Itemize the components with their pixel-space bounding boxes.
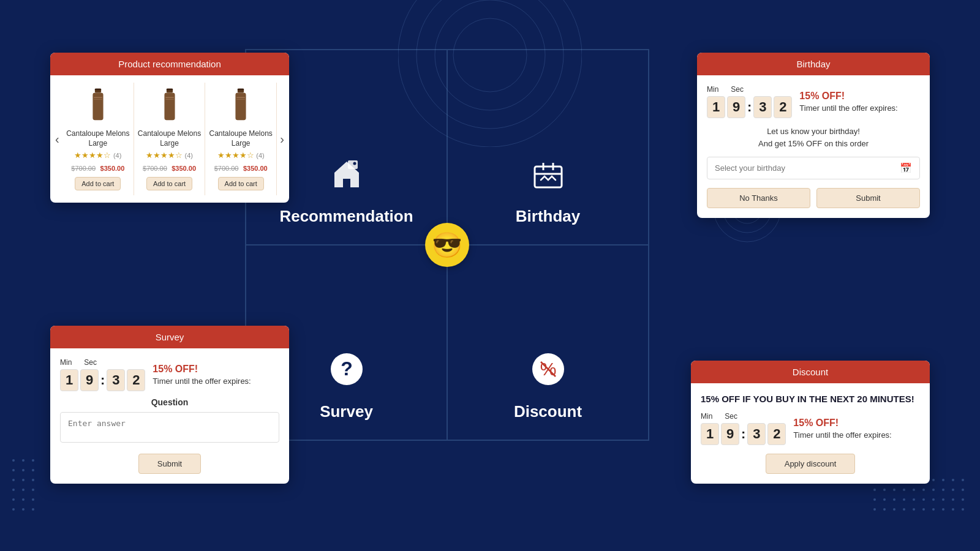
survey-card-header: Survey bbox=[50, 326, 289, 348]
svg-rect-21 bbox=[94, 99, 102, 100]
svg-rect-30 bbox=[236, 97, 245, 98]
survey-digit-4: 2 bbox=[127, 369, 145, 391]
birthday-digit-2: 9 bbox=[727, 96, 745, 118]
survey-timer-text: 15% OFF! Timer until the offer expires: bbox=[153, 362, 251, 388]
svg-rect-32 bbox=[238, 89, 244, 91]
birthday-label: Birthday bbox=[516, 207, 580, 226]
quadrant-discount: % Discount bbox=[447, 245, 649, 440]
discount-timer-row: Min Sec 1 9 : 3 2 15% OFF! Timer until t… bbox=[701, 412, 920, 445]
product-item-3: Cantaloupe Melons Large ★★★★☆ (4) $700.0… bbox=[205, 83, 277, 195]
svg-rect-27 bbox=[166, 89, 172, 91]
discount-card-body: 15% OFF IF YOU BUY IN THE NEXT 20 MINUTE… bbox=[691, 383, 930, 484]
birthday-buttons: No Thanks Submit bbox=[707, 188, 920, 208]
svg-text:?: ? bbox=[341, 358, 353, 380]
products-prev-button[interactable]: ‹ bbox=[55, 132, 59, 146]
birthday-timer-digits: 1 9 : 3 2 bbox=[707, 96, 792, 118]
recommendation-icon bbox=[328, 156, 365, 200]
quadrant-grid: Recommendation Birthday ? Survey bbox=[245, 49, 649, 441]
product-image-2 bbox=[157, 88, 182, 124]
survey-digit-1: 1 bbox=[60, 369, 78, 391]
discount-headline: 15% OFF IF YOU BUY IN THE NEXT 20 MINUTE… bbox=[701, 393, 920, 405]
svg-rect-31 bbox=[236, 99, 245, 100]
discount-card-header: Discount bbox=[691, 361, 930, 383]
discount-digit-1: 1 bbox=[701, 423, 719, 445]
add-to-cart-button-2[interactable]: Add to cart bbox=[146, 177, 192, 190]
survey-label: Survey bbox=[320, 402, 373, 421]
survey-digit-3: 3 bbox=[107, 369, 125, 391]
dot-grid-left bbox=[12, 459, 38, 514]
discount-digit-4: 2 bbox=[767, 423, 786, 445]
birthday-icon bbox=[530, 156, 567, 200]
product-image-3 bbox=[228, 88, 253, 124]
birthday-digit-3: 3 bbox=[753, 96, 772, 118]
add-to-cart-button-3[interactable]: Add to cart bbox=[218, 177, 264, 190]
svg-rect-7 bbox=[348, 160, 358, 169]
product-prices-3: $700.00 $350.00 bbox=[209, 162, 273, 173]
discount-icon: % bbox=[530, 351, 567, 395]
survey-submit-button[interactable]: Submit bbox=[138, 454, 201, 474]
survey-timer-colon: : bbox=[100, 372, 105, 388]
calendar-icon: 📅 bbox=[900, 162, 912, 174]
product-stars-3: ★★★★☆ (4) bbox=[209, 151, 273, 160]
survey-question-label: Question bbox=[60, 397, 279, 407]
survey-timer-labels: Min Sec bbox=[60, 358, 145, 367]
discount-timer-block: Min Sec 1 9 : 3 2 bbox=[701, 412, 786, 445]
birthday-digit-4: 2 bbox=[774, 96, 792, 118]
add-to-cart-button-1[interactable]: Add to cart bbox=[75, 177, 121, 190]
product-item-1: Cantaloupe Melons Large ★★★★☆ (4) $700.0… bbox=[62, 83, 134, 195]
discount-card: Discount 15% OFF IF YOU BUY IN THE NEXT … bbox=[691, 361, 930, 484]
birthday-card: Birthday Min Sec 1 9 : 3 2 15% OFF! Time… bbox=[697, 53, 930, 218]
no-thanks-button[interactable]: No Thanks bbox=[707, 188, 810, 208]
products-row: ‹ Cantaloupe Melons Large ★★★★☆ (4) $7 bbox=[62, 83, 277, 195]
product-prices-2: $700.00 $350.00 bbox=[138, 162, 202, 173]
birthday-digit-1: 1 bbox=[707, 96, 725, 118]
svg-rect-22 bbox=[95, 89, 101, 91]
birthday-timer-colon: : bbox=[747, 99, 752, 115]
birthday-timer-row: Min Sec 1 9 : 3 2 15% OFF! Timer until t… bbox=[707, 85, 920, 118]
discount-digit-2: 9 bbox=[721, 423, 739, 445]
svg-rect-29 bbox=[236, 93, 246, 121]
birthday-card-header: Birthday bbox=[697, 53, 930, 75]
birthday-timer-block: Min Sec 1 9 : 3 2 bbox=[707, 85, 792, 118]
product-prices-1: $700.00 $350.00 bbox=[66, 162, 130, 173]
svg-point-8 bbox=[353, 162, 356, 165]
birthday-card-body: Min Sec 1 9 : 3 2 15% OFF! Timer until t… bbox=[697, 75, 930, 218]
svg-rect-24 bbox=[164, 93, 175, 121]
svg-rect-26 bbox=[165, 99, 174, 100]
survey-answer-input[interactable] bbox=[60, 412, 279, 443]
survey-timer-digits: 1 9 : 3 2 bbox=[60, 369, 145, 391]
product-item-2: Cantaloupe Melons Large ★★★★☆ (4) $700.0… bbox=[134, 83, 206, 195]
svg-rect-25 bbox=[165, 97, 174, 98]
survey-icon: ? bbox=[328, 351, 365, 395]
birthday-info-text: Let us know your birthday! And get 15% O… bbox=[707, 126, 920, 149]
discount-timer-colon: : bbox=[741, 426, 745, 442]
survey-timer-row: Min Sec 1 9 : 3 2 15% OFF! Timer until t… bbox=[60, 358, 279, 391]
product-name-3: Cantaloupe Melons Large bbox=[209, 129, 273, 148]
survey-card: Survey Min Sec 1 9 : 3 2 15% OFF! Timer … bbox=[50, 326, 289, 484]
discount-timer-labels: Min Sec bbox=[701, 412, 786, 421]
product-name-2: Cantaloupe Melons Large bbox=[138, 129, 202, 148]
survey-card-body: Min Sec 1 9 : 3 2 15% OFF! Timer until t… bbox=[50, 348, 289, 484]
products-next-button[interactable]: › bbox=[280, 132, 284, 146]
discount-timer-text: 15% OFF! Timer until the offer expires: bbox=[793, 416, 891, 441]
svg-rect-9 bbox=[535, 167, 562, 187]
apply-discount-button[interactable]: Apply discount bbox=[766, 454, 856, 474]
survey-timer-block: Min Sec 1 9 : 3 2 bbox=[60, 358, 145, 391]
birthday-timer-labels: Min Sec bbox=[707, 85, 792, 94]
recommendation-label: Recommendation bbox=[279, 207, 413, 226]
birthday-submit-button[interactable]: Submit bbox=[816, 188, 920, 208]
birthday-input-row[interactable]: 📅 bbox=[707, 157, 920, 179]
dot-grid-right bbox=[873, 479, 968, 514]
birthday-date-input[interactable] bbox=[715, 163, 900, 173]
svg-rect-19 bbox=[92, 93, 103, 121]
survey-digit-2: 9 bbox=[80, 369, 99, 391]
product-name-1: Cantaloupe Melons Large bbox=[66, 129, 130, 148]
svg-rect-20 bbox=[94, 97, 102, 98]
discount-timer-digits: 1 9 : 3 2 bbox=[701, 423, 786, 445]
birthday-timer-text: 15% OFF! Timer until the offer expires: bbox=[799, 89, 897, 114]
product-stars-2: ★★★★☆ (4) bbox=[138, 151, 202, 160]
discount-label: Discount bbox=[514, 402, 582, 421]
quadrant-birthday: Birthday bbox=[447, 50, 649, 245]
product-stars-1: ★★★★☆ (4) bbox=[66, 151, 130, 160]
discount-digit-3: 3 bbox=[747, 423, 766, 445]
